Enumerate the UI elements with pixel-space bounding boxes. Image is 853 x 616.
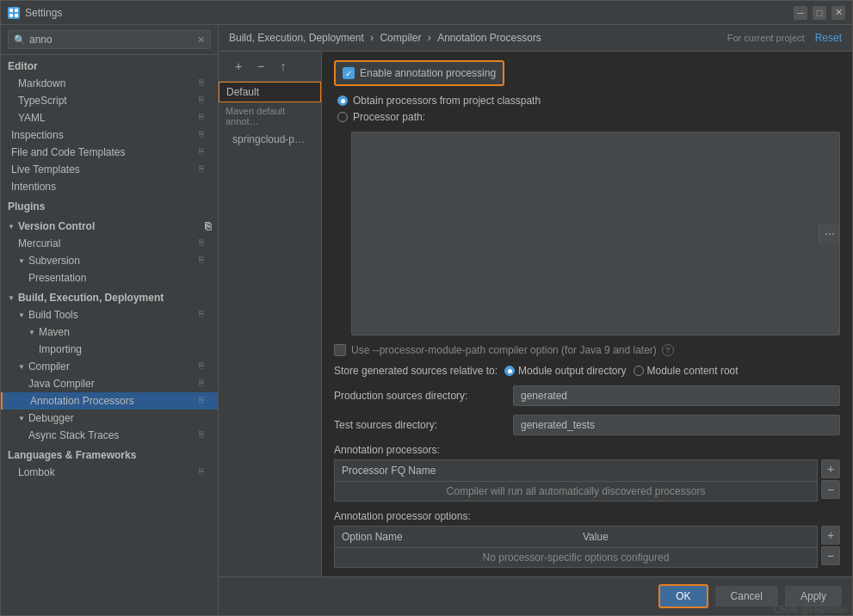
- test-sources-input[interactable]: [513, 415, 840, 435]
- module-content-radio[interactable]: [634, 366, 644, 376]
- module-output-option[interactable]: Module output directory: [504, 365, 626, 377]
- sidebar-item-annotation-processors[interactable]: Annotation Processors ⎘: [1, 392, 218, 410]
- close-button[interactable]: ✕: [831, 6, 845, 20]
- breadcrumb: Build, Execution, Deployment › Compiler …: [229, 32, 727, 44]
- value-header: Value: [576, 527, 818, 548]
- reset-link[interactable]: Reset: [815, 32, 842, 44]
- remove-profile-button[interactable]: −: [251, 57, 270, 76]
- move-up-profile-button[interactable]: ↑: [274, 57, 293, 76]
- sidebar-item-live-templates[interactable]: Live Templates ⎘: [1, 161, 218, 178]
- sidebar-item-presentation[interactable]: Presentation: [1, 269, 218, 286]
- no-options-msg: No processor-specific options configured: [335, 548, 818, 568]
- clear-icon[interactable]: ✕: [197, 34, 205, 46]
- copy-icon: ⎘: [199, 95, 211, 107]
- ok-button[interactable]: OK: [658, 584, 708, 608]
- expand-arrow-icon: ▼: [18, 311, 25, 319]
- copy-icon: ⎘: [199, 429, 211, 441]
- for-current-project-label: For current project: [727, 33, 805, 43]
- sidebar-item-build-tools[interactable]: ▼ Build Tools ⎘: [1, 306, 218, 323]
- copy-icon: ⎘: [205, 220, 211, 232]
- processor-path-label: Processor path:: [353, 111, 425, 123]
- add-processor-button[interactable]: +: [821, 459, 840, 478]
- copy-icon: ⎘: [199, 309, 211, 321]
- minimize-button[interactable]: ─: [794, 6, 807, 20]
- remove-processor-button[interactable]: −: [821, 480, 840, 499]
- expand-arrow-icon: ▼: [8, 294, 15, 302]
- sidebar-section-build-exec-deploy[interactable]: ▼ Build, Execution, Deployment: [1, 286, 218, 306]
- sidebar-item-subversion[interactable]: ▼ Subversion ⎘: [1, 252, 218, 269]
- sidebar-item-inspections[interactable]: Inspections ⎘: [1, 126, 218, 144]
- obtain-processors-row[interactable]: Obtain processors from project classpath: [337, 95, 840, 107]
- sidebar-tree: Editor Markdown ⎘ TypeScript ⎘ YAML ⎘ In…: [1, 55, 218, 615]
- svg-rect-1: [15, 9, 18, 12]
- copy-icon: ⎘: [199, 237, 211, 249]
- right-settings: ✓ Enable annotation processing Obtain pr…: [322, 52, 852, 576]
- sidebar-section-version-control[interactable]: ▼ Version Control ⎘: [1, 215, 218, 235]
- store-generated-sources-row: Store generated sources relative to: Mod…: [334, 365, 840, 377]
- add-option-button[interactable]: +: [821, 526, 840, 545]
- sidebar-item-file-code-templates[interactable]: File and Code Templates ⎘: [1, 144, 218, 161]
- profile-item-default[interactable]: Default: [219, 82, 321, 102]
- options-table-wrapper: Option Name Value No processor-specific …: [334, 526, 818, 568]
- processor-module-path-label: Use --processor-module-path compiler opt…: [351, 344, 657, 356]
- processor-fq-name-header: Processor FQ Name: [335, 460, 818, 482]
- production-sources-label: Production sources directory:: [334, 390, 506, 402]
- sidebar-item-yaml[interactable]: YAML ⎘: [1, 109, 218, 126]
- sidebar-item-java-compiler[interactable]: Java Compiler ⎘: [1, 375, 218, 392]
- processor-module-path-checkbox[interactable]: [334, 344, 346, 356]
- table-empty-row: Compiler will run all automatically disc…: [335, 482, 818, 502]
- search-wrapper[interactable]: 🔍 ✕: [8, 30, 211, 49]
- title-bar: Settings ─ □ ✕: [1, 1, 852, 25]
- option-name-header: Option Name: [335, 527, 577, 548]
- sidebar: 🔍 ✕ Editor Markdown ⎘ TypeScript ⎘: [1, 25, 219, 615]
- sidebar-item-debugger[interactable]: ▼ Debugger: [1, 410, 218, 427]
- svg-rect-3: [15, 14, 18, 17]
- production-sources-input[interactable]: [513, 385, 840, 406]
- maximize-button[interactable]: □: [813, 6, 826, 20]
- module-output-radio[interactable]: [504, 366, 515, 376]
- options-table-area: Option Name Value No processor-specific …: [334, 526, 840, 568]
- obtain-processors-radio[interactable]: [337, 95, 348, 106]
- profile-item-maven[interactable]: Maven default annot…: [219, 102, 321, 130]
- processor-path-row[interactable]: Processor path:: [337, 111, 840, 123]
- test-sources-label: Test sources directory:: [334, 419, 506, 431]
- window-controls: ─ □ ✕: [794, 6, 845, 20]
- add-profile-button[interactable]: +: [229, 57, 248, 76]
- sidebar-item-intentions[interactable]: Intentions: [1, 178, 218, 195]
- processor-path-browse-button[interactable]: ⋯: [819, 224, 839, 244]
- apply-button[interactable]: Apply: [785, 586, 842, 607]
- processor-source-radio-group: Obtain processors from project classpath…: [334, 95, 840, 123]
- annotation-processor-options-label: Annotation processor options:: [334, 510, 840, 522]
- settings-content: ✓ Enable annotation processing Obtain pr…: [322, 52, 852, 576]
- copy-icon: ⎘: [199, 77, 211, 89]
- module-content-option[interactable]: Module content root: [634, 365, 739, 377]
- processor-path-input-wrapper: ⋯: [351, 132, 840, 336]
- sidebar-item-mercurial[interactable]: Mercurial ⎘: [1, 235, 218, 252]
- main-content: 🔍 ✕ Editor Markdown ⎘ TypeScript ⎘: [1, 25, 852, 615]
- help-icon[interactable]: ?: [662, 344, 674, 356]
- cancel-button[interactable]: Cancel: [715, 586, 778, 607]
- sidebar-section-languages-frameworks: Languages & Frameworks: [1, 444, 218, 464]
- processor-path-input[interactable]: [352, 225, 819, 243]
- sidebar-item-maven[interactable]: ▼ Maven: [1, 323, 218, 341]
- remove-option-button[interactable]: −: [821, 546, 840, 565]
- annotation-processors-label: Annotation processors:: [334, 444, 840, 456]
- enable-annotation-processing-checkbox[interactable]: ✓: [343, 67, 355, 79]
- expand-arrow-icon: ▼: [18, 415, 25, 422]
- sidebar-item-markdown[interactable]: Markdown ⎘: [1, 75, 218, 92]
- svg-rect-0: [9, 9, 13, 12]
- search-icon: 🔍: [14, 34, 26, 46]
- sidebar-item-lombok[interactable]: Lombok ⎘: [1, 464, 218, 481]
- expand-arrow-icon: ▼: [8, 223, 15, 231]
- sidebar-item-typescript[interactable]: TypeScript ⎘: [1, 92, 218, 109]
- sidebar-item-importing[interactable]: Importing: [1, 341, 218, 358]
- processor-path-radio[interactable]: [337, 112, 348, 122]
- sidebar-item-compiler[interactable]: ▼ Compiler ⎘: [1, 358, 218, 375]
- breadcrumb-bar: Build, Execution, Deployment › Compiler …: [219, 25, 852, 52]
- enable-annotation-processing-row[interactable]: ✓ Enable annotation processing: [334, 60, 504, 86]
- profile-item-springcloud[interactable]: springcloud-p…: [219, 130, 321, 149]
- module-content-label: Module content root: [647, 365, 739, 377]
- search-input[interactable]: [29, 34, 197, 46]
- obtain-processors-label: Obtain processors from project classpath: [353, 95, 541, 107]
- sidebar-item-async-stack-traces[interactable]: Async Stack Traces ⎘: [1, 427, 218, 444]
